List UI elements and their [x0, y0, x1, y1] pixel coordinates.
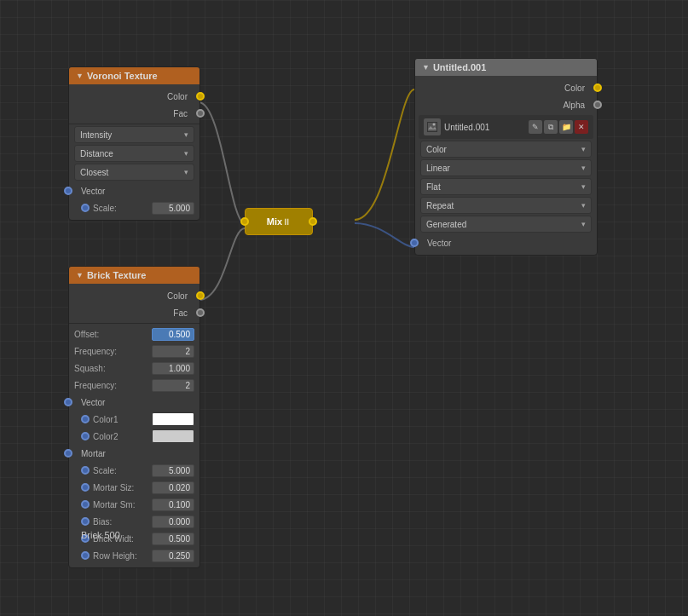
- brick-mortar-size-value[interactable]: 0.020: [152, 481, 194, 494]
- untitled-color-output: Color: [415, 79, 597, 96]
- voronoi-closest-dropdown[interactable]: Closest: [74, 164, 194, 181]
- brick-mortar-section-label: Mortar: [81, 449, 106, 458]
- untitled-image-name: Untitled.001: [444, 123, 525, 132]
- voronoi-texture-node: ▼ Voronoi Texture Color Fac Intensity Di…: [68, 66, 200, 221]
- brick-bias-value[interactable]: 0.000: [152, 515, 194, 528]
- brick-freq1-row: Frequency: 2: [69, 343, 199, 360]
- brick-freq1-value[interactable]: 2: [152, 345, 194, 358]
- untitled-flat-opt: Flat: [426, 182, 441, 192]
- brick-squash-value[interactable]: 1.000: [152, 362, 194, 375]
- untitled-linear-opt: Linear: [426, 164, 450, 173]
- untitled-color-dropdown[interactable]: Color: [420, 141, 592, 158]
- brick-color1-socket[interactable]: [81, 415, 90, 423]
- brick-row-height-value[interactable]: 0.250: [152, 550, 194, 562]
- voronoi-distance-label: Distance: [80, 149, 113, 158]
- untitled-linear-dropdown-row: Linear: [420, 159, 592, 176]
- voronoi-color-socket[interactable]: [196, 92, 205, 101]
- brick-mortar-size-row: Mortar Siz: 0.020: [69, 479, 199, 496]
- brick-fac-socket[interactable]: [196, 308, 205, 317]
- voronoi-scale-socket[interactable]: [81, 204, 90, 212]
- mix-pause-icon: ⏸: [282, 217, 291, 227]
- voronoi-collapse-arrow: ▼: [76, 72, 84, 80]
- svg-rect-1: [428, 123, 437, 131]
- untitled-repeat-opt: Repeat: [426, 201, 454, 210]
- untitled-generated-dropdown[interactable]: Generated: [420, 216, 592, 233]
- voronoi-color-output: Color: [69, 88, 199, 105]
- brick-vector-socket[interactable]: [64, 398, 72, 406]
- brick-fac-output: Fac: [69, 304, 199, 321]
- mix-right-socket[interactable]: [309, 217, 317, 226]
- voronoi-scale-row: Scale: 5.000: [69, 199, 199, 216]
- untitled-image-actions: ✎ ⧉ 📁 ✕: [529, 120, 588, 134]
- voronoi-header[interactable]: ▼ Voronoi Texture: [69, 67, 199, 84]
- voronoi-intensity-label: Intensity: [80, 130, 112, 140]
- brick-color2-swatch[interactable]: [152, 429, 194, 443]
- voronoi-scale-value[interactable]: 5.000: [152, 202, 194, 215]
- brick-color1-row: Color1: [69, 411, 199, 428]
- voronoi-intensity-row: Intensity: [74, 126, 194, 143]
- mix-label: Mix: [267, 216, 282, 227]
- untitled-repeat-dropdown-row: Repeat: [420, 197, 592, 214]
- brick-width-value[interactable]: 0.500: [152, 533, 194, 545]
- voronoi-vector-socket[interactable]: [64, 187, 72, 195]
- voronoi-closest-label: Closest: [80, 168, 108, 177]
- brick-scale-socket[interactable]: [81, 466, 90, 475]
- brick-color2-row: Color2: [69, 428, 199, 445]
- brick-freq1-label: Frequency:: [74, 347, 148, 356]
- mix-node[interactable]: Mix ⏸: [245, 208, 313, 235]
- untitled-linear-dropdown[interactable]: Linear: [420, 159, 592, 176]
- brick-mortar-size-socket[interactable]: [81, 483, 90, 492]
- brick-bias-socket[interactable]: [81, 517, 90, 526]
- brick-vector-row: Vector: [69, 394, 199, 411]
- untitled-node: ▼ Untitled.001 Color Alpha Untitled.001: [414, 58, 598, 256]
- voronoi-distance-row: Distance: [74, 145, 194, 162]
- brick-color1-label: Color1: [93, 415, 148, 424]
- brick-scale-row: Scale: 5.000: [69, 462, 199, 479]
- mix-left-socket[interactable]: [240, 217, 249, 226]
- brick-body: Color Fac Offset: 0.500 Frequency: 2 Squ…: [69, 284, 199, 567]
- brick-mortar-smooth-value[interactable]: 0.100: [152, 498, 194, 511]
- brick-row-height-socket[interactable]: [81, 551, 90, 560]
- untitled-color-socket[interactable]: [593, 83, 602, 92]
- untitled-repeat-dropdown[interactable]: Repeat: [420, 197, 592, 214]
- brick-offset-value[interactable]: 0.500: [152, 328, 194, 341]
- untitled-close-btn[interactable]: ✕: [575, 120, 588, 134]
- untitled-copy-btn[interactable]: ⧉: [544, 120, 558, 134]
- untitled-alpha-label: Alpha: [563, 101, 585, 110]
- untitled-header[interactable]: ▼ Untitled.001: [415, 59, 597, 76]
- voronoi-fac-socket[interactable]: [196, 109, 205, 118]
- brick-color-output: Color: [69, 287, 199, 304]
- brick-scale-label: Scale:: [93, 466, 148, 475]
- untitled-flat-dropdown[interactable]: Flat: [420, 178, 592, 195]
- brick-mortar-size-label: Mortar Siz:: [93, 483, 148, 492]
- brick-freq2-label: Frequency:: [74, 381, 148, 390]
- brick-color1-swatch[interactable]: [152, 412, 194, 426]
- untitled-edit-btn[interactable]: ✎: [529, 120, 542, 134]
- brick-header[interactable]: ▼ Brick Texture: [69, 267, 199, 284]
- brick-color-socket[interactable]: [196, 291, 205, 300]
- svg-point-3: [433, 124, 436, 126]
- untitled-color-dropdown-row: Color: [420, 141, 592, 158]
- brick-mortar-smooth-socket[interactable]: [81, 500, 90, 509]
- voronoi-distance-dropdown[interactable]: Distance: [74, 145, 194, 162]
- brick-mortar-smooth-label: Mortar Sm:: [93, 500, 148, 509]
- brick-fac-label: Fac: [173, 308, 188, 318]
- untitled-folder-btn[interactable]: 📁: [559, 120, 573, 134]
- brick-bias-label: Bias:: [93, 517, 148, 527]
- brick-color2-socket[interactable]: [81, 432, 90, 440]
- image-thumbnail-icon: [427, 122, 437, 132]
- brick-mortar-socket[interactable]: [64, 449, 72, 458]
- voronoi-intensity-dropdown[interactable]: Intensity: [74, 126, 194, 143]
- voronoi-divider1: [69, 124, 199, 124]
- brick-freq2-value[interactable]: 2: [152, 379, 194, 392]
- brick-texture-node: ▼ Brick Texture Color Fac Offset: 0.500 …: [68, 266, 200, 568]
- brick-title: Brick Texture: [87, 270, 147, 280]
- untitled-vector-socket[interactable]: [410, 239, 419, 247]
- untitled-generated-opt: Generated: [426, 220, 466, 229]
- voronoi-vector-row: Vector: [69, 182, 199, 199]
- untitled-image-preview: Untitled.001 ✎ ⧉ 📁 ✕: [419, 115, 593, 139]
- untitled-title: Untitled.001: [433, 62, 486, 72]
- brick-collapse-arrow: ▼: [76, 271, 84, 279]
- untitled-alpha-socket[interactable]: [593, 101, 602, 109]
- brick-scale-value[interactable]: 5.000: [152, 464, 194, 477]
